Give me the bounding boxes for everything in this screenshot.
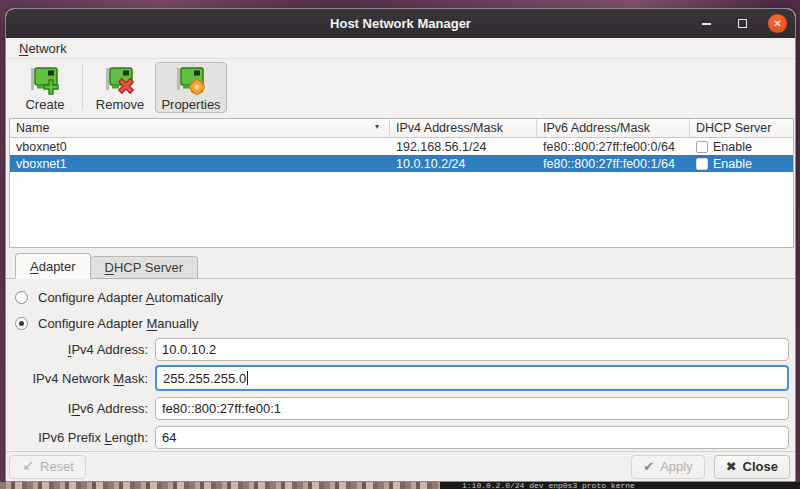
window-title: Host Network Manager	[330, 16, 471, 31]
apply-button[interactable]: ✔ Apply	[631, 455, 704, 479]
close-button-label: Close	[743, 459, 778, 474]
tab-adapter[interactable]: Adapter	[15, 253, 91, 279]
radio-manual-icon	[15, 317, 28, 330]
properties-button[interactable]: Properties	[155, 62, 227, 113]
reset-button-label: Reset	[40, 459, 74, 474]
ipv4-address-label: IPv4 Address:	[6, 342, 155, 357]
tab-dhcp-server[interactable]: DHCP Server	[91, 256, 199, 279]
close-window-icon: ✕	[773, 19, 781, 29]
create-button[interactable]: Create	[14, 62, 76, 113]
cell-ipv4: 10.0.10.2/24	[390, 157, 537, 171]
sort-descending-icon: ▾	[375, 122, 379, 131]
host-network-manager-window: Host Network Manager ✕ Network	[5, 8, 796, 482]
radio-auto-icon	[15, 291, 28, 304]
cell-ipv6: fe80::800:27ff:fe00:0/64	[537, 140, 690, 154]
apply-button-label: Apply	[660, 459, 693, 474]
table-row-vboxnet1-selected[interactable]: vboxnet1 10.0.10.2/24 fe80::800:27ff:fe0…	[10, 155, 793, 172]
reset-button[interactable]: Reset	[9, 455, 86, 479]
ipv6-prefix-label: IPv6 Prefix Length:	[6, 430, 155, 445]
dhcp-enable-checkbox[interactable]	[696, 158, 708, 170]
table-header: Name ▾ IPv4 Address/Mask IPv6 Address/Ma…	[10, 119, 793, 138]
titlebar[interactable]: Host Network Manager ✕	[6, 9, 795, 38]
table-row-vboxnet0[interactable]: vboxnet0 192.168.56.1/24 fe80::800:27ff:…	[10, 138, 793, 155]
menu-network[interactable]: Network	[15, 41, 71, 56]
maximize-icon	[738, 19, 747, 28]
form-row-ipv6-prefix: IPv6 Prefix Length:	[6, 426, 796, 449]
form-row-ipv4-mask: IPv4 Network Mask: 255.255.255.0	[6, 365, 796, 391]
menubar: Network	[6, 38, 795, 59]
footer-right-buttons: ✔ Apply ✖ Close	[631, 455, 790, 479]
minimize-icon	[702, 23, 711, 25]
ipv4-address-input[interactable]	[155, 338, 789, 361]
dhcp-enable-label: Enable	[713, 157, 752, 171]
cell-dhcp: Enable	[690, 140, 793, 154]
column-header-ipv6[interactable]: IPv6 Address/Mask	[537, 119, 690, 137]
radio-configure-manually[interactable]: Configure Adapter Manually	[15, 316, 198, 331]
maximize-button[interactable]	[732, 14, 752, 34]
column-header-name[interactable]: Name ▾	[10, 119, 390, 137]
remove-button-label: Remove	[96, 97, 144, 112]
cell-ipv6: fe80::800:27ff:fe00:1/64	[537, 157, 690, 171]
create-network-icon	[28, 66, 62, 96]
cell-dhcp: Enable	[690, 157, 793, 171]
ipv6-address-label: IPv6 Address:	[6, 401, 155, 416]
ipv4-mask-input-focused[interactable]: 255.255.255.0	[155, 365, 789, 391]
radio-manual-label: Configure Adapter Manually	[38, 316, 198, 331]
terminal-fragment: 1:10.0.2.0/24 dev enp0s3 proto kerne	[440, 482, 800, 489]
close-x-icon: ✖	[726, 460, 737, 473]
text-caret	[247, 371, 248, 385]
desktop-bottom-strip: 1:10.0.2.0/24 dev enp0s3 proto kerne	[0, 482, 800, 489]
radio-configure-automatically[interactable]: Configure Adapter Automatically	[15, 290, 223, 305]
cell-ipv4: 192.168.56.1/24	[390, 140, 537, 154]
footer-button-row: Reset ✔ Apply ✖ Close	[6, 451, 796, 481]
ipv6-prefix-input[interactable]	[155, 426, 789, 449]
minimize-button[interactable]	[696, 14, 716, 34]
remove-button[interactable]: Remove	[89, 62, 151, 113]
ipv6-address-input[interactable]	[155, 397, 789, 420]
column-header-dhcp[interactable]: DHCP Server	[690, 119, 793, 137]
reset-icon	[21, 460, 34, 473]
properties-button-label: Properties	[161, 97, 220, 112]
network-table: Name ▾ IPv4 Address/Mask IPv6 Address/Ma…	[9, 118, 794, 248]
adapter-pane: Configure Adapter Automatically Configur…	[6, 279, 796, 453]
toolbar: Create Remove	[6, 59, 795, 116]
form-row-ipv6-address: IPv6 Address:	[6, 397, 796, 420]
close-window-button[interactable]: ✕	[768, 14, 787, 33]
desktop-wallpaper: Host Network Manager ✕ Network	[0, 0, 800, 489]
radio-auto-label: Configure Adapter Automatically	[38, 290, 223, 305]
tab-widget: Adapter DHCP Server	[6, 253, 796, 279]
close-button[interactable]: ✖ Close	[714, 455, 790, 479]
remove-network-icon	[103, 66, 137, 96]
properties-network-icon	[174, 66, 208, 96]
tab-bar: Adapter DHCP Server	[6, 253, 796, 279]
cell-name: vboxnet1	[10, 157, 390, 171]
cell-name: vboxnet0	[10, 140, 390, 154]
ipv4-mask-label: IPv4 Network Mask:	[6, 371, 155, 386]
form-row-ipv4-address: IPv4 Address:	[6, 338, 796, 361]
window-controls: ✕	[696, 9, 787, 38]
dhcp-enable-label: Enable	[713, 140, 752, 154]
column-header-ipv4[interactable]: IPv4 Address/Mask	[390, 119, 537, 137]
dhcp-enable-checkbox[interactable]	[696, 141, 708, 153]
apply-check-icon: ✔	[643, 460, 654, 473]
toolbar-separator	[82, 65, 83, 110]
create-button-label: Create	[25, 97, 64, 112]
